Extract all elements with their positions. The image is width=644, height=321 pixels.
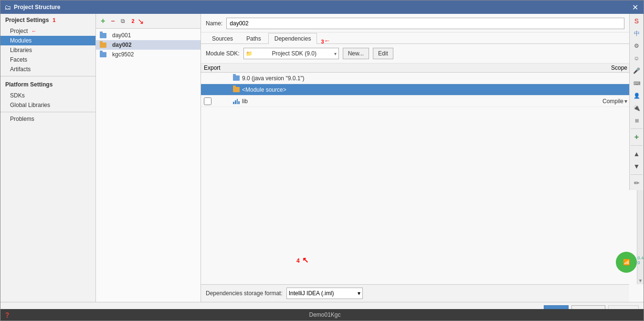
tree-item-label: day001 [112,32,131,39]
chevron-down-icon: ▾ [334,51,337,56]
dialog-title: Project Structure [14,4,60,11]
lib-name: lib [242,98,580,105]
user-icon[interactable]: 👤 [632,90,642,101]
wifi-icon: 📶 [623,259,630,266]
dep-header-row: Export Scope [201,64,630,73]
close-button[interactable]: ✕ [630,2,640,12]
sidebar-divider2 [0,112,95,112]
storage-format-select[interactable]: IntelliJ IDEA (.iml) ▾ [286,288,363,299]
sidebar-item-facets[interactable]: Facets [0,55,95,64]
sdk-folder-icon [232,75,240,82]
module-tree-panel: + − ⧉ 2 ↘ day001 day002 [96,14,201,302]
copy-module-button[interactable]: ⧉ [119,17,127,25]
sidebar-divider [0,76,95,76]
tab-sources[interactable]: Sources [206,33,239,44]
sdk-name: 9.0 (java version "9.0.1") [242,75,580,82]
tree-item-kgc9502[interactable]: kgc9502 [96,50,201,59]
up-arrow-icon[interactable]: ▲ [632,149,642,159]
storage-format-label: Dependencies storage format: [206,290,283,297]
dep-row-module-source[interactable]: <Module source> [201,84,630,96]
net-stats: ↑ 0.4 ↓ 0 [634,256,644,265]
smiley-icon[interactable]: ☺ [632,53,642,64]
module-tree: day001 day002 kgc9502 [96,29,201,302]
tab-paths[interactable]: Paths [240,33,267,44]
content-area: Project Settings 1 Project ← Modules Lib… [0,14,644,302]
new-sdk-button[interactable]: New... [343,48,369,59]
plugin-icon[interactable]: 🔌 [632,103,642,113]
sonarqube-icon[interactable]: S [632,16,642,26]
toolbar-divider2 [631,145,643,146]
sidebar-item-project[interactable]: Project ← [0,26,95,36]
sidebar-item-artifacts[interactable]: Artifacts [0,64,95,74]
platform-settings-header: Platform Settings [0,78,95,91]
lib-export-cell [204,97,232,105]
upload-stat: ↑ 0.4 [634,256,644,260]
sidebar: Project Settings 1 Project ← Modules Lib… [0,14,96,302]
storage-format-chevron: ▾ [358,290,360,297]
edit-icon[interactable]: ✏ [632,178,642,188]
annotation-1: 1 [53,17,55,23]
remove-module-button[interactable]: − [109,16,116,26]
arrow-3: ← [324,37,331,44]
add-button-right[interactable]: + [632,132,642,142]
title-bar-left: 🗂 Project Structure [4,3,60,11]
dependencies-table: Export Scope [201,64,630,284]
module-source-icon [232,86,240,94]
add-module-button[interactable]: + [99,16,107,26]
dialog-icon: 🗂 [4,3,11,11]
module-tree-toolbar: + − ⧉ 2 ↘ [96,14,201,29]
title-bar: 🗂 Project Structure ✕ [0,0,644,14]
taskbar: ❓ Demo01Kgc [0,309,644,321]
down-arrow-icon[interactable]: ▼ [632,161,642,171]
main-content: S 中 ⚙ ☺ 🎤 ⌨ 👤 [201,14,644,302]
tree-item-label: kgc9502 [112,51,134,58]
sidebar-item-global-libraries[interactable]: Global Libraries [0,100,95,110]
lib-scope: Compile ▾ [580,98,627,105]
keyboard-icon[interactable]: ⌨ [632,78,642,88]
help-icon[interactable]: ❓ [4,312,10,318]
module-sdk-select[interactable]: 📁 Project SDK (9.0) ▾ [243,48,339,59]
download-stat: ↓ 0 [634,260,644,265]
dependencies-area: Export Scope [201,64,644,284]
scope-header: Scope [580,64,627,71]
dep-row-sdk: 9.0 (java version "9.0.1") [201,73,630,84]
sidebar-item-libraries[interactable]: Libraries [0,45,95,55]
wifi-badge[interactable]: 📶 [616,252,637,273]
settings-icon[interactable]: ⚙ [632,41,642,51]
translate-icon[interactable]: 中 [632,28,642,39]
tab-dependencies[interactable]: Dependencies [268,33,317,44]
folder-icon [100,52,106,57]
annotation-2: 2 [132,18,135,24]
lib-bar-icon [232,97,240,105]
grid-icon[interactable]: ⊞ [632,115,642,126]
lib-export-checkbox[interactable] [204,97,211,105]
toolbar-divider [631,128,643,129]
export-header: Export [204,64,232,71]
module-sdk-label: Module SDK: [206,50,240,57]
sidebar-item-modules[interactable]: Modules [0,36,95,45]
name-label: Name: [206,20,222,27]
tree-item-label: day002 [112,42,132,48]
edit-sdk-button[interactable]: Edit [373,48,393,59]
sidebar-item-sdks[interactable]: SDKs [0,91,95,100]
dep-rows: 9.0 (java version "9.0.1") <Module sourc… [201,73,630,284]
tree-item-day002[interactable]: day002 [96,40,201,50]
bottom-bar: Dependencies storage format: IntelliJ ID… [201,284,629,302]
folder-icon-selected [100,43,106,48]
lib-scope-dropdown[interactable]: ▾ [624,98,627,105]
taskbar-label: Demo01Kgc [309,311,340,318]
module-source-name: <Module source> [242,86,580,93]
dep-row-lib[interactable]: lib Compile ▾ [201,96,630,107]
name-row: Name: [201,14,629,32]
module-sdk-row: Module SDK: 📁 Project SDK (9.0) ▾ New...… [201,44,629,64]
right-toolbar: S 中 ⚙ ☺ 🎤 ⌨ 👤 [629,14,644,190]
sidebar-item-problems[interactable]: Problems [0,114,95,124]
storage-format-value: IntelliJ IDEA (.iml) [289,290,334,297]
toolbar-divider3 [631,174,643,175]
mic-icon[interactable]: 🎤 [632,65,642,76]
folder-icon [100,33,106,38]
project-settings-header: Project Settings 1 [0,14,95,26]
project-structure-dialog: 🗂 Project Structure ✕ Project Settings 1… [0,0,644,321]
name-input[interactable] [226,18,624,29]
tree-item-day001[interactable]: day001 [96,31,201,40]
